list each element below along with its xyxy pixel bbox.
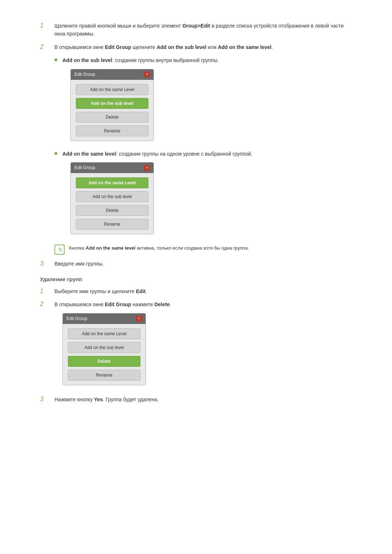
- note-bold: Add on the same level: [86, 245, 135, 251]
- dialog-btn-delete-1[interactable]: Delete: [76, 112, 148, 123]
- step-1-bold: Group>Edit: [182, 23, 210, 29]
- delete-step-1: 1 Выберите имя группы и щелкните Edit.: [40, 287, 352, 295]
- bullet-text-1: Add on the sub level: создание группы вн…: [62, 56, 352, 146]
- dialog-wrapper-1: Edit Group × Add on the same Level Add o…: [70, 69, 352, 141]
- note-text: Кнопка Add on the same level активна, то…: [69, 245, 249, 252]
- bullet-same-level: Add on the same level: создание группы н…: [54, 150, 352, 240]
- dialog-btn-sub-level-2[interactable]: Add on the sub level: [76, 191, 148, 202]
- dialog-btn-same-level-2[interactable]: Add on the same Level: [76, 177, 148, 188]
- step-number-3: 3: [40, 260, 54, 267]
- dialog-close-button-3[interactable]: ×: [136, 316, 142, 321]
- dialog-btn-sub-level-3[interactable]: Add on the sub level: [68, 342, 140, 353]
- page-content: 1 Щелкните правой кнопкой мыши и выберит…: [40, 22, 352, 403]
- delete-step-2-bold1: Edit Group: [105, 301, 131, 307]
- note-icon: ✎: [54, 245, 65, 255]
- note-box: ✎ Кнопка Add on the same level активна, …: [54, 245, 352, 255]
- dialog-btn-same-level-1[interactable]: Add on the same Level: [76, 84, 148, 95]
- dialog-btn-rename-1[interactable]: Rename: [76, 126, 148, 136]
- step-2-bold2: Add on the sub level: [157, 44, 207, 50]
- dialog-btn-same-level-3[interactable]: Add on the same Level: [68, 328, 140, 339]
- dialog-wrapper-3: Edit Group × Add on the same Level Add o…: [62, 313, 352, 385]
- dialog-box-1: Edit Group × Add on the same Level Add o…: [70, 69, 154, 141]
- dialog-body-1: Add on the same Level Add on the sub lev…: [71, 80, 154, 141]
- bullet-dot-2: [54, 152, 57, 155]
- dialog-body-2: Add on the same Level Add on the sub lev…: [71, 173, 154, 234]
- dialog-btn-rename-3[interactable]: Rename: [68, 370, 140, 381]
- dialog-body-3: Add on the same Level Add on the sub lev…: [63, 324, 146, 385]
- dialog-close-button-1[interactable]: ×: [144, 71, 150, 77]
- step-3-text: Введите имя группы.: [54, 260, 352, 268]
- delete-step-3: 3 Нажмите кнопку Yes. Группа будет удале…: [40, 395, 352, 403]
- step-1: 1 Щелкните правой кнопкой мыши и выберит…: [40, 22, 352, 38]
- step-2: 2 В открывшемся окне Edit Group щелкните…: [40, 43, 352, 51]
- bullet-label-2: Add on the same level: [62, 151, 116, 157]
- step-3: 3 Введите имя группы.: [40, 260, 352, 268]
- dialog-btn-sub-level-1[interactable]: Add on the sub level: [76, 98, 148, 109]
- dialog-box-3: Edit Group × Add on the same Level Add o…: [62, 313, 146, 385]
- dialog-btn-delete-3[interactable]: Delete: [68, 356, 140, 367]
- bullet-text-2: Add on the same level: создание группы н…: [62, 150, 352, 240]
- delete-step-number-2: 2: [40, 300, 54, 308]
- delete-step-3-text: Нажмите кнопку Yes. Группа будет удалена…: [54, 395, 352, 403]
- section-heading-delete: Удаление групп: [40, 276, 352, 282]
- bullet-dot-1: [54, 58, 57, 61]
- step-number-2: 2: [40, 43, 54, 51]
- bullet-label-1: Add on the sub level: [62, 57, 112, 63]
- step-2-bold3: Add on the same level: [218, 44, 271, 50]
- dialog-close-button-2[interactable]: ×: [144, 165, 150, 171]
- delete-step-2-bold2: Delete: [154, 301, 170, 307]
- dialog-title-3: Edit Group: [66, 315, 87, 322]
- dialog-title-1: Edit Group: [74, 71, 95, 78]
- bullet-list: Add on the sub level: создание группы вн…: [54, 56, 352, 239]
- step-2-text: В открывшемся окне Edit Group щелкните A…: [54, 43, 352, 51]
- step-2-bold1: Edit Group: [105, 44, 131, 50]
- delete-step-3-bold: Yes: [94, 397, 103, 402]
- bullet-sub-level: Add on the sub level: создание группы вн…: [54, 56, 352, 146]
- step-1-text: Щелкните правой кнопкой мыши и выберите …: [54, 22, 352, 38]
- dialog-box-2: Edit Group × Add on the same Level Add o…: [70, 162, 154, 234]
- delete-step-number-3: 3: [40, 395, 54, 403]
- delete-step-1-bold: Edit: [136, 288, 146, 294]
- dialog-titlebar-3: Edit Group ×: [63, 313, 146, 324]
- delete-step-2: 2 В открывшемся окне Edit Group нажмите …: [40, 300, 352, 390]
- dialog-wrapper-2: Edit Group × Add on the same Level Add o…: [70, 162, 352, 234]
- delete-step-number-1: 1: [40, 287, 54, 295]
- dialog-titlebar-1: Edit Group ×: [71, 69, 154, 80]
- dialog-titlebar-2: Edit Group ×: [71, 163, 154, 173]
- dialog-title-2: Edit Group: [74, 164, 95, 171]
- dialog-btn-rename-2[interactable]: Rename: [76, 219, 148, 230]
- delete-step-2-text: В открывшемся окне Edit Group нажмите De…: [54, 300, 352, 390]
- dialog-btn-delete-2[interactable]: Delete: [76, 205, 148, 216]
- step-number-1: 1: [40, 22, 54, 29]
- delete-step-1-text: Выберите имя группы и щелкните Edit.: [54, 287, 352, 295]
